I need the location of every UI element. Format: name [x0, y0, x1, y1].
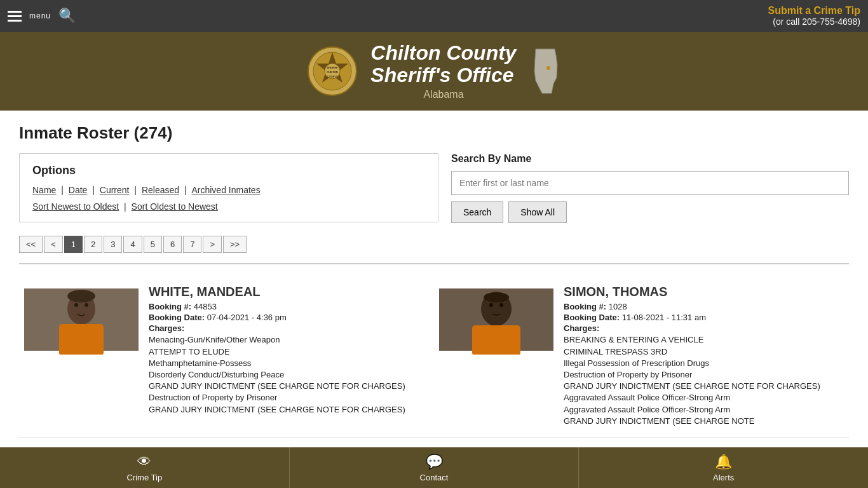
- charge-item: Destruction of Property by Prisoner: [564, 369, 844, 381]
- agency-name-line2: Sheriff's Office: [370, 64, 516, 86]
- pagination-page-6[interactable]: 6: [163, 236, 182, 253]
- svg-rect-13: [59, 324, 104, 355]
- inmate-name-white[interactable]: WHITE, MANDEAL: [149, 285, 429, 299]
- inmate-photo-simon: [439, 285, 553, 355]
- svg-text:CHILTON: CHILTON: [327, 71, 339, 74]
- charge-item: ATTEMPT TO ELUDE: [149, 346, 429, 358]
- pagination-page-5[interactable]: 5: [144, 236, 162, 253]
- option-archived-link[interactable]: Archived Inmates: [191, 185, 260, 195]
- pagination-first[interactable]: <<: [19, 236, 43, 253]
- svg-point-14: [74, 303, 78, 307]
- agency-name-line1: Chilton County: [370, 42, 516, 64]
- charge-item: BREAKING & ENTERING A VEHICLE: [564, 334, 844, 346]
- pagination-page-4[interactable]: 4: [123, 236, 142, 253]
- search-box: Search By Name Search Show All: [451, 153, 849, 223]
- bottom-nav-crime-tip[interactable]: 👁 Crime Tip: [0, 447, 290, 451]
- inmate-photo-white: [24, 285, 139, 355]
- submit-crime-tip-link[interactable]: Submit a Crime Tip: [768, 5, 860, 17]
- search-input[interactable]: [451, 171, 849, 195]
- options-sort: Sort Newest to Oldest | Sort Oldest to N…: [32, 201, 425, 212]
- inmate-charges-white: Menacing-Gun/Knife/Other Weapon ATTEMPT …: [149, 334, 429, 415]
- inmate-info-white: WHITE, MANDEAL Booking #: 44853 Booking …: [149, 285, 429, 427]
- charge-item: Aggravated Assault Police Officer-Strong…: [564, 404, 844, 416]
- inmate-booking-date-simon: Booking Date: 11-08-2021 - 11:31 am: [564, 313, 844, 322]
- svg-point-25: [484, 292, 509, 302]
- divider: [19, 263, 849, 264]
- top-nav: menu 🔍 Submit a Crime Tip (or call 205-7…: [0, 0, 868, 32]
- option-current-link[interactable]: Current: [100, 185, 130, 195]
- pagination-next[interactable]: >: [203, 236, 222, 253]
- charge-item: Disorderly Conduct/Disturbing Peace: [149, 369, 429, 381]
- options-title: Options: [32, 164, 425, 177]
- options-links: Name | Date | Current | Released | Archi…: [32, 185, 425, 195]
- svg-point-15: [85, 303, 88, 307]
- inmate-info-simon: SIMON, THOMAS Booking #: 1028 Booking Da…: [564, 285, 844, 427]
- menu-label: menu: [29, 11, 51, 20]
- sep3: |: [134, 185, 139, 195]
- inmate-grid: WHITE, MANDEAL Booking #: 44853 Booking …: [19, 274, 849, 438]
- charge-item: Methamphetamine-Possess: [149, 358, 429, 369]
- charge-item: GRAND JURY INDICTMENT (SEE CHARGE NOTE: [564, 416, 844, 427]
- pagination-last[interactable]: >>: [223, 236, 247, 253]
- search-button[interactable]: Search: [451, 201, 503, 223]
- charge-item: Menacing-Gun/Knife/Other Weapon: [149, 334, 429, 346]
- charge-item: GRAND JURY INDICTMENT (SEE CHARGE NOTE F…: [149, 404, 429, 416]
- sheriff-badge-logo: SHERIFF CHILTON COUNTY: [307, 46, 358, 97]
- charge-item: Destruction of Property by Prisoner: [149, 392, 429, 403]
- svg-point-24: [499, 303, 503, 307]
- pagination-page-1[interactable]: 1: [64, 236, 83, 253]
- bottom-nav: 👁 Crime Tip 💬 Contact 🔔 Alerts: [0, 447, 868, 451]
- pagination-page-7[interactable]: 7: [183, 236, 201, 253]
- bottom-nav-alerts[interactable]: 🔔 Alerts: [579, 447, 868, 451]
- pagination-prev[interactable]: <: [44, 236, 63, 253]
- svg-rect-10: [24, 285, 139, 288]
- option-name-link[interactable]: Name: [32, 185, 56, 195]
- charge-item: GRAND JURY INDICTMENT (SEE CHARGE NOTE F…: [149, 381, 429, 392]
- svg-text:COUNTY: COUNTY: [327, 75, 338, 78]
- svg-rect-22: [472, 325, 520, 355]
- charge-item: Aggravated Assault Police Officer-Strong…: [564, 392, 844, 403]
- crime-tip-phone: (or call 205-755-4698): [768, 17, 860, 27]
- inmate-card: SIMON, THOMAS Booking #: 1028 Booking Da…: [434, 274, 849, 438]
- inmate-name-simon[interactable]: SIMON, THOMAS: [564, 285, 844, 299]
- inmate-charges-label-white: Charges:: [149, 323, 429, 333]
- search-buttons: Search Show All: [451, 201, 849, 223]
- inmate-card: WHITE, MANDEAL Booking #: 44853 Booking …: [19, 274, 434, 438]
- options-box: Options Name | Date | Current | Released…: [19, 153, 438, 222]
- option-date-link[interactable]: Date: [69, 185, 88, 195]
- sort-newest-link[interactable]: Sort Newest to Oldest: [32, 201, 119, 212]
- top-nav-left: menu 🔍: [8, 8, 76, 24]
- main-content: Inmate Roster (274) Options Name | Date …: [0, 111, 868, 451]
- pagination-page-3[interactable]: 3: [104, 236, 122, 253]
- sep1: |: [61, 185, 66, 195]
- sep2: |: [92, 185, 97, 195]
- option-released-link[interactable]: Released: [142, 185, 179, 195]
- inmate-charges-label-simon: Charges:: [564, 323, 844, 333]
- charge-item: GRAND JURY INDICTMENT (SEE CHARGE NOTE F…: [564, 381, 844, 392]
- header-text: Chilton County Sheriff's Office Alabama: [370, 42, 516, 100]
- page-title: Inmate Roster (274): [19, 123, 849, 143]
- sep5: |: [124, 201, 129, 212]
- options-search-row: Options Name | Date | Current | Released…: [19, 153, 849, 223]
- menu-button[interactable]: [8, 11, 22, 22]
- search-by-name-title: Search By Name: [451, 153, 849, 165]
- header-banner: SHERIFF CHILTON COUNTY Chilton County Sh…: [0, 32, 868, 111]
- inmate-photo-white-img: [24, 285, 139, 355]
- inmate-booking-date-white: Booking Date: 07-04-2021 - 4:36 pm: [149, 313, 429, 322]
- bottom-nav-contact[interactable]: 💬 Contact: [290, 447, 580, 451]
- charge-item: Illegal Possession of Prescription Drugs: [564, 358, 844, 369]
- state-name: Alabama: [370, 89, 516, 100]
- inmate-charges-simon: BREAKING & ENTERING A VEHICLE CRIMINAL T…: [564, 334, 844, 427]
- svg-text:SHERIFF: SHERIFF: [327, 66, 339, 69]
- sort-oldest-link[interactable]: Sort Oldest to Newest: [132, 201, 218, 212]
- inmate-booking-num-simon: Booking #: 1028: [564, 302, 844, 311]
- svg-point-16: [67, 290, 95, 302]
- pagination: << < 1 2 3 4 5 6 7 > >>: [19, 236, 849, 253]
- svg-point-23: [489, 303, 493, 307]
- sep4: |: [184, 185, 189, 195]
- show-all-button[interactable]: Show All: [508, 201, 567, 223]
- pagination-page-2[interactable]: 2: [84, 236, 102, 253]
- inmate-photo-simon-img: [439, 285, 553, 355]
- top-nav-right: Submit a Crime Tip (or call 205-755-4698…: [768, 5, 860, 27]
- search-icon[interactable]: 🔍: [58, 8, 76, 24]
